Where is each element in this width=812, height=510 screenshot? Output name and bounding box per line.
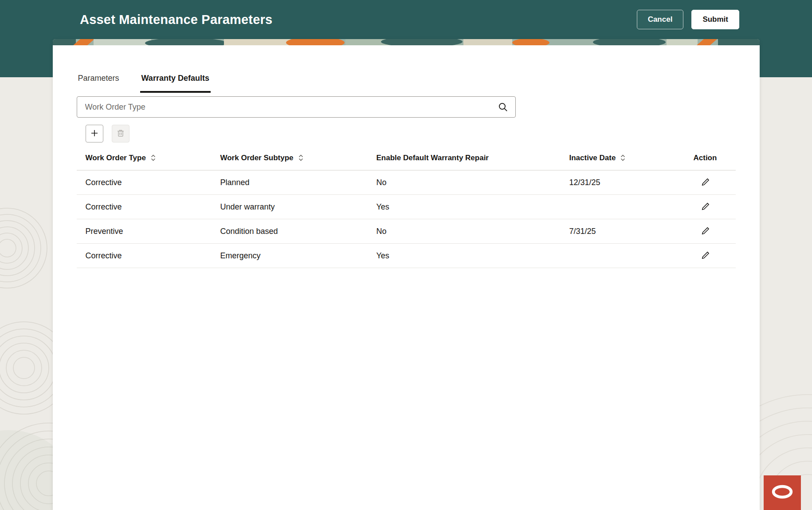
edit-row-button[interactable]	[698, 248, 713, 263]
cell-work-order-type: Corrective	[77, 178, 212, 187]
column-label: Inactive Date	[569, 154, 616, 162]
cell-action	[685, 199, 736, 214]
column-label: Enable Default Warranty Repair	[377, 154, 489, 162]
edit-row-button[interactable]	[698, 175, 713, 190]
cell-action	[685, 224, 736, 239]
table-toolbar	[77, 125, 736, 142]
cell-inactive-date: 7/31/25	[561, 227, 685, 236]
column-header-inactive-date[interactable]: Inactive Date	[561, 154, 685, 162]
cancel-button[interactable]: Cancel	[637, 10, 684, 29]
sort-icon	[150, 154, 156, 161]
cell-inactive-date: 12/31/25	[561, 178, 685, 187]
column-label: Work Order Type	[86, 154, 146, 162]
search-input[interactable]	[77, 96, 516, 118]
column-label: Work Order Subtype	[220, 154, 294, 162]
column-header-work-order-type[interactable]: Work Order Type	[77, 154, 212, 162]
cell-work-order-subtype: Planned	[212, 178, 368, 187]
warranty-defaults-table: Work Order Type Work Order Subtype Enabl…	[77, 146, 736, 268]
plus-icon	[90, 129, 99, 139]
cell-work-order-type: Corrective	[77, 251, 212, 261]
pencil-icon	[701, 202, 710, 212]
cell-work-order-type: Corrective	[77, 202, 212, 212]
cell-work-order-subtype: Condition based	[212, 227, 368, 236]
oracle-logo-badge	[764, 475, 801, 510]
table-row[interactable]: Preventive Condition based No 7/31/25	[77, 219, 736, 244]
search-row	[77, 96, 736, 118]
cell-enable-default-warranty-repair: No	[368, 178, 561, 187]
tab-warranty-defaults[interactable]: Warranty Defaults	[140, 74, 211, 93]
page-title: Asset Maintenance Parameters	[80, 12, 637, 27]
table-header-row: Work Order Type Work Order Subtype Enabl…	[77, 146, 736, 170]
main-content-card: Parameters Warranty Defaults	[53, 39, 760, 510]
column-header-work-order-subtype[interactable]: Work Order Subtype	[212, 154, 368, 162]
search-icon[interactable]	[498, 102, 508, 112]
table-row[interactable]: Corrective Under warranty Yes	[77, 195, 736, 219]
cell-action	[685, 248, 736, 263]
oracle-logo-icon	[771, 485, 793, 501]
delete-row-button[interactable]	[112, 125, 129, 142]
pencil-icon	[701, 251, 710, 261]
cell-work-order-subtype: Emergency	[212, 251, 368, 261]
submit-button[interactable]: Submit	[691, 10, 739, 29]
top-bar: Asset Maintenance Parameters Cancel Subm…	[0, 0, 812, 39]
cell-enable-default-warranty-repair: No	[368, 227, 561, 236]
edit-row-button[interactable]	[698, 199, 713, 214]
cell-enable-default-warranty-repair: Yes	[368, 202, 561, 212]
column-label: Action	[694, 154, 717, 162]
card: Parameters Warranty Defaults	[53, 45, 760, 510]
add-row-button[interactable]	[86, 125, 103, 142]
edit-row-button[interactable]	[698, 224, 713, 239]
tab-bar: Parameters Warranty Defaults	[77, 74, 736, 93]
table-row[interactable]: Corrective Emergency Yes	[77, 244, 736, 268]
pencil-icon	[701, 226, 710, 237]
cell-work-order-subtype: Under warranty	[212, 202, 368, 212]
cell-action	[685, 175, 736, 190]
sort-icon	[620, 154, 626, 161]
cell-work-order-type: Preventive	[77, 227, 212, 236]
column-header-enable-default-warranty-repair: Enable Default Warranty Repair	[368, 154, 561, 162]
header-actions: Cancel Submit	[637, 10, 739, 29]
pencil-icon	[701, 178, 710, 188]
column-header-action: Action	[685, 154, 736, 162]
sort-icon	[298, 154, 304, 161]
decorative-banner	[53, 39, 760, 45]
search-box	[77, 96, 516, 118]
table-row[interactable]: Corrective Planned No 12/31/25	[77, 170, 736, 195]
trash-icon	[116, 129, 125, 139]
cell-enable-default-warranty-repair: Yes	[368, 251, 561, 261]
tab-parameters[interactable]: Parameters	[77, 74, 121, 93]
